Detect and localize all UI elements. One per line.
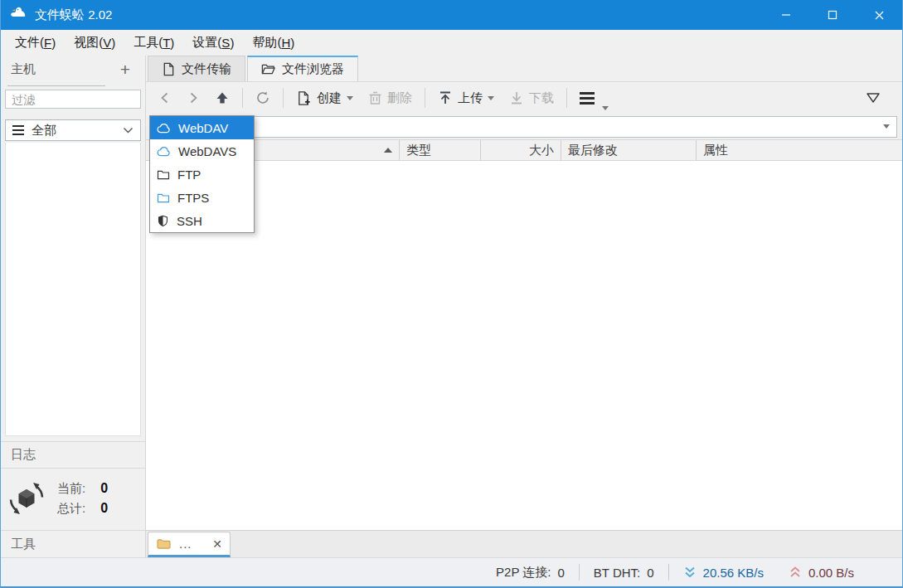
bt-dht: BT DHT: 0: [594, 566, 654, 580]
tab-file-browser[interactable]: 文件浏览器: [247, 56, 358, 81]
delete-label: 删除: [387, 90, 412, 106]
menu-item-label: FTP: [177, 168, 201, 182]
session-tab[interactable]: ... ✕: [148, 532, 231, 557]
host-section-label: 主机: [11, 61, 36, 77]
caret-down-icon: [602, 106, 609, 110]
main-panel: 文件传输 文件浏览器: [146, 56, 902, 557]
chevron-down-icon: [123, 127, 134, 134]
arrow-up-icon: [215, 90, 230, 105]
session-tab-close-button[interactable]: ✕: [212, 537, 222, 551]
dht-label: BT DHT:: [594, 566, 640, 580]
menu-item-webdavs[interactable]: WebDAVS: [150, 139, 254, 163]
session-tab-label: ...: [179, 537, 192, 551]
chevron-right-icon: [187, 90, 200, 105]
folder-open-icon: [261, 63, 275, 75]
add-host-button[interactable]: +: [114, 61, 137, 78]
log-label: 日志: [11, 447, 36, 463]
upload-button[interactable]: 上传: [430, 85, 502, 110]
app-logo-duck-icon: [8, 5, 28, 25]
menu-item-ftp[interactable]: FTP: [150, 163, 254, 186]
upload-icon: [438, 90, 453, 105]
current-label: 当前:: [57, 481, 85, 497]
p2p-value: 0: [557, 566, 564, 580]
refresh-button[interactable]: [248, 85, 278, 110]
protocol-dropdown-menu: WebDAV WebDAVS FTP FTPS SSH: [149, 115, 255, 233]
menu-item-label: FTPS: [177, 191, 209, 205]
menu-help[interactable]: 帮助(H): [243, 30, 303, 56]
log-section[interactable]: 日志: [1, 441, 145, 469]
caret-down-icon: [883, 124, 890, 129]
p2p-label: P2P 连接:: [496, 565, 551, 581]
double-chevron-down-icon: [683, 566, 697, 579]
menu-view[interactable]: 视图(V): [65, 30, 124, 56]
funnel-icon: [865, 91, 881, 105]
double-chevron-up-icon: [789, 566, 802, 579]
up-directory-button[interactable]: [207, 85, 237, 110]
app-window: 文件蜈蚣 2.02 文件(F) 视图(V) 工具(T) 设置(S) 帮助(H) …: [0, 0, 903, 588]
browser-toolbar: 创建 删除 上传: [146, 82, 902, 114]
title-bar: 文件蜈蚣 2.02: [1, 0, 902, 30]
create-label: 创建: [317, 90, 342, 106]
download-speed-value: 20.56 KB/s: [703, 566, 764, 580]
maximize-button[interactable]: [809, 0, 856, 30]
menu-item-ssh[interactable]: SSH: [150, 209, 254, 232]
menu-settings[interactable]: 设置(S): [183, 30, 243, 56]
folder-icon: [157, 192, 170, 203]
chevron-left-icon: [158, 90, 172, 105]
status-bar: P2P 连接: 0 BT DHT: 0 20.56 KB/s 0.00 B/s: [1, 557, 902, 586]
menu-item-label: WebDAVS: [178, 144, 236, 158]
tab-strip: 文件传输 文件浏览器: [146, 56, 902, 82]
host-list[interactable]: [5, 143, 141, 436]
host-group-selected: 全部: [32, 123, 56, 138]
caret-down-icon: [488, 96, 494, 100]
close-icon: [874, 10, 885, 21]
address-input[interactable]: [151, 117, 876, 137]
create-button[interactable]: 创建: [289, 85, 361, 110]
tools-section[interactable]: 工具: [1, 530, 145, 557]
tab-label: 文件传输: [182, 61, 231, 77]
minimize-icon: [781, 10, 791, 20]
address-dropdown-button[interactable]: [876, 117, 896, 137]
address-bar-row: [146, 114, 902, 139]
tab-file-transfer[interactable]: 文件传输: [148, 56, 245, 81]
tools-label: 工具: [11, 537, 36, 552]
address-combobox[interactable]: [150, 116, 897, 138]
list-icon: [12, 125, 24, 135]
sort-ascending-icon: [384, 148, 392, 153]
column-header-size[interactable]: 大小: [481, 140, 561, 160]
hamburger-menu-icon: [580, 92, 595, 104]
menu-file[interactable]: 文件(F): [6, 30, 65, 56]
host-group-dropdown[interactable]: 全部: [5, 119, 141, 141]
upload-speed-value: 0.00 B/s: [808, 566, 854, 580]
column-header-type[interactable]: 类型: [400, 140, 481, 160]
minimize-button[interactable]: [763, 0, 809, 30]
menu-bar: 文件(F) 视图(V) 工具(T) 设置(S) 帮助(H): [1, 30, 902, 56]
forward-button[interactable]: [179, 85, 207, 110]
column-header-modified[interactable]: 最后修改: [561, 140, 697, 160]
file-list-area[interactable]: [146, 161, 902, 530]
more-menu-button[interactable]: [572, 85, 616, 110]
file-table-header: 类型 大小 最后修改 属性: [146, 139, 902, 161]
close-button[interactable]: [856, 0, 902, 30]
cloud-icon: [157, 123, 171, 134]
delete-button[interactable]: 删除: [361, 85, 420, 110]
window-title: 文件蜈蚣 2.02: [35, 7, 112, 23]
dht-value: 0: [647, 566, 653, 580]
total-value: 0: [100, 501, 108, 516]
column-header-attributes[interactable]: 属性: [697, 140, 902, 160]
host-filter-input[interactable]: [5, 90, 141, 109]
menu-item-ftps[interactable]: FTPS: [150, 186, 254, 209]
menu-item-webdav[interactable]: WebDAV: [150, 116, 254, 139]
download-button[interactable]: 下载: [502, 85, 561, 110]
sidebar: 主机 + 全部 日志: [1, 56, 146, 557]
tab-label: 文件浏览器: [282, 61, 344, 77]
filter-view-button[interactable]: [857, 85, 889, 110]
back-button[interactable]: [151, 85, 179, 110]
menu-item-label: WebDAV: [178, 121, 228, 135]
current-value: 0: [100, 481, 108, 496]
new-file-icon: [296, 90, 312, 106]
download-label: 下载: [529, 90, 554, 106]
total-label: 总计:: [57, 501, 85, 517]
transfer-stats: 当前: 0 总计: 0: [1, 469, 145, 528]
menu-tools[interactable]: 工具(T): [124, 30, 183, 56]
